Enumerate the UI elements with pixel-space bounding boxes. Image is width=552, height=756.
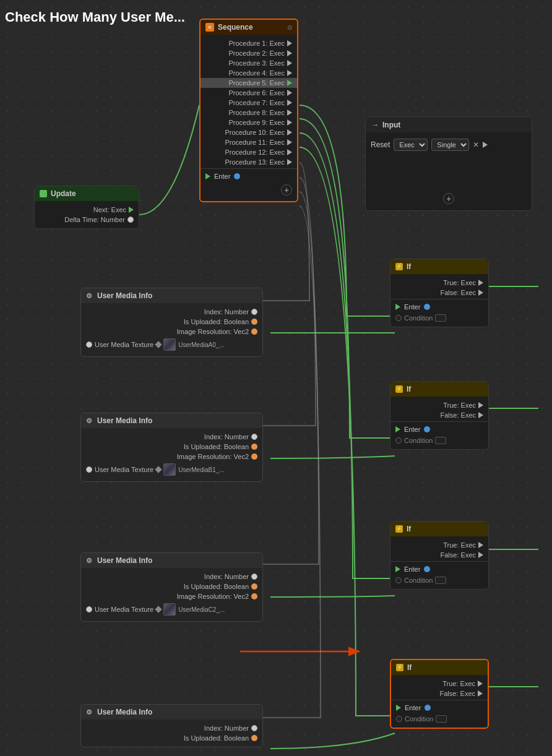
- if-4-false-exec: [478, 690, 483, 697]
- umi-3-index-port: [251, 573, 257, 580]
- input-add-button[interactable]: +: [443, 193, 454, 204]
- if-1-false-label: False: Exec: [441, 289, 476, 296]
- umi-3-index-row: Index: Number: [81, 572, 262, 582]
- input-arrow-icon: →: [371, 120, 379, 129]
- umi-2-header: ⚙ User Media Info: [81, 413, 262, 428]
- proc-3-label: Procedure 3: Exec: [229, 59, 285, 67]
- update-node: Update Next: Exec Delta Time: Number: [34, 186, 139, 229]
- update-next-label: Next: Exec: [93, 206, 126, 213]
- proc-5-exec: [287, 80, 292, 86]
- umi-node-4: ⚙ User Media Info Index: Number Is Uploa…: [80, 704, 263, 747]
- if-4-label: If: [407, 663, 412, 672]
- if-1-true-exec: [478, 280, 483, 286]
- proc-2-row: Procedure 2: Exec: [201, 48, 297, 58]
- input-single-select[interactable]: Single: [431, 139, 469, 151]
- sequence-node-header: ≡ Sequence ⊙: [201, 20, 297, 35]
- if-4-false-row: False: Exec: [391, 689, 488, 698]
- umi-3-resolution-label: Image Resolution: Vec2: [177, 593, 249, 600]
- umi-3-header: ⚙ User Media Info: [81, 553, 262, 568]
- if-4-enter-row: Enter: [391, 702, 488, 714]
- if-2-condition-label: Condition: [404, 437, 433, 444]
- if-node-2-body: True: Exec False: Exec Enter Condition: [390, 397, 488, 449]
- umi-1-title: User Media Info: [97, 291, 152, 300]
- if-2-false-exec: [478, 412, 483, 418]
- proc-2-exec: [287, 50, 292, 56]
- update-next-exec: [129, 207, 134, 213]
- add-procedure-button[interactable]: +: [281, 184, 292, 195]
- if-2-enter-row: Enter: [390, 423, 488, 436]
- sequence-options: ⊙: [287, 24, 292, 31]
- umi-2-body: Index: Number Is Uploaded: Boolean Image…: [81, 428, 262, 481]
- if-2-true-exec: [478, 402, 483, 408]
- if-2-enter-port: [424, 426, 430, 432]
- umi-1-index-row: Index: Number: [81, 307, 262, 317]
- if-node-1-body: True: Exec False: Exec Enter Condition: [390, 274, 488, 327]
- umi-1-body: Index: Number Is Uploaded: Boolean Image…: [81, 303, 262, 356]
- if-3-enter-exec: [395, 566, 400, 572]
- umi-2-uploaded-label: Is Uploaded: Boolean: [184, 443, 249, 450]
- umi-3-texture-name: UserMediaC2_...: [178, 606, 225, 613]
- umi-3-uploaded-port: [251, 583, 257, 590]
- input-exec-select[interactable]: Exec: [394, 139, 428, 151]
- proc-10-row: Procedure 10: Exec: [201, 127, 297, 137]
- if-1-bool-box: [435, 314, 446, 322]
- proc-1-row: Procedure 1: Exec: [201, 38, 297, 48]
- if-2-false-label: False: Exec: [441, 411, 476, 419]
- proc-10-label: Procedure 10: Exec: [225, 129, 285, 136]
- if-3-icon: ⚡: [395, 525, 403, 533]
- if-1-enter-port: [424, 304, 430, 310]
- proc-7-exec: [287, 100, 292, 106]
- if-3-label: If: [407, 525, 411, 533]
- umi-2-resolution-port: [251, 453, 257, 460]
- input-close-button[interactable]: ✕: [473, 140, 479, 149]
- proc-1-exec: [287, 40, 292, 46]
- umi-1-texture-in-port: [86, 341, 92, 348]
- umi-2-title: User Media Info: [97, 416, 152, 425]
- proc-5-label: Procedure 5: Exec: [229, 79, 285, 87]
- umi-node-2: ⚙ User Media Info Index: Number Is Uploa…: [80, 413, 263, 482]
- if-1-false-row: False: Exec: [390, 288, 488, 298]
- proc-2-label: Procedure 2: Exec: [229, 49, 285, 57]
- umi-4-gear-icon: ⚙: [86, 708, 93, 716]
- update-delta-row: Delta Time: Number: [35, 215, 139, 225]
- if-3-enter-port: [424, 566, 430, 572]
- umi-3-texture-label: User Media Texture: [95, 606, 153, 613]
- proc-8-row: Procedure 8: Exec: [201, 108, 297, 118]
- umi-node-1: ⚙ User Media Info Index: Number Is Uploa…: [80, 288, 263, 357]
- if-3-false-label: False: Exec: [441, 551, 476, 559]
- if-node-4: ⚡ If True: Exec False: Exec Enter Condit…: [390, 659, 489, 729]
- if-2-enter-label: Enter: [404, 426, 420, 433]
- proc-10-exec: [287, 129, 292, 135]
- if-4-true-label: True: Exec: [442, 680, 475, 687]
- input-content-area: [366, 153, 532, 191]
- umi-4-index-port: [251, 725, 257, 731]
- if-3-enter-row: Enter: [390, 563, 488, 575]
- proc-4-exec: [287, 70, 292, 76]
- if-node-3-body: True: Exec False: Exec Enter Condition: [390, 536, 488, 589]
- umi-3-texture-row: User Media Texture UserMediaC2_...: [81, 601, 262, 617]
- umi-3-resolution-row: Image Resolution: Vec2: [81, 591, 262, 601]
- input-body: Reset Exec Single ✕ +: [366, 132, 532, 210]
- proc-9-row: Procedure 9: Exec: [201, 118, 297, 127]
- sequence-node: ≡ Sequence ⊙ Procedure 1: Exec Procedure…: [199, 19, 298, 202]
- if-1-condition-port: [395, 315, 402, 321]
- if-4-bool-box: [436, 715, 447, 723]
- input-exec-arrow: [483, 142, 488, 148]
- proc-8-label: Procedure 8: Exec: [229, 109, 285, 116]
- update-node-header: Update: [35, 186, 139, 201]
- umi-1-uploaded-port: [251, 319, 257, 325]
- if-3-false-row: False: Exec: [390, 550, 488, 560]
- if-node-1: ⚡ 1 If True: Exec False: Exec Enter Cond…: [390, 259, 489, 327]
- proc-12-label: Procedure 12: Exec: [225, 148, 285, 156]
- update-delta-port: [127, 217, 134, 223]
- if-1-enter-row: Enter: [390, 301, 488, 313]
- umi-1-texture-thumb: [163, 338, 176, 351]
- umi-4-title: User Media Info: [97, 708, 152, 716]
- proc-13-label: Procedure 13: Exec: [225, 158, 285, 166]
- sequence-body: Procedure 1: Exec Procedure 2: Exec Proc…: [201, 35, 297, 201]
- umi-1-uploaded-row: Is Uploaded: Boolean: [81, 317, 262, 327]
- proc-11-label: Procedure 11: Exec: [225, 139, 285, 146]
- if-1-icon: ⚡: [395, 263, 403, 270]
- umi-3-index-label: Index: Number: [204, 573, 249, 580]
- sequence-enter-exec: [205, 173, 210, 179]
